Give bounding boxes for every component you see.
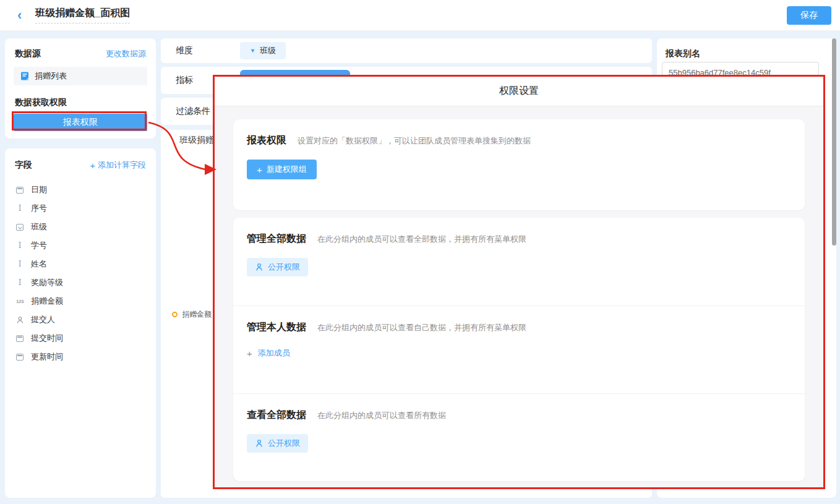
permission-groups-card: 管理全部数据 在此分组内的成员可以查看全部数据，并拥有所有菜单权限 公开权限 管… — [233, 218, 805, 481]
section-desc: 在此分组内的成员可以查看全部数据，并拥有所有菜单权限 — [317, 234, 526, 245]
section-title: 管理全部数据 — [247, 233, 306, 246]
data-permission-title: 数据获取权限 — [15, 97, 67, 107]
caret-down-icon: ▼ — [250, 48, 255, 54]
public-permission-chip[interactable]: 公开权限 — [247, 434, 308, 453]
page-title: 班级捐赠金额_面积图 — [35, 7, 130, 23]
calendar-icon — [15, 335, 25, 342]
add-calc-field-label: 添加计算字段 — [98, 160, 146, 171]
datasource-title: 数据源 — [15, 48, 41, 59]
datasource-item-label: 捐赠列表 — [35, 70, 67, 82]
section-manage-all-data: 管理全部数据 在此分组内的成员可以查看全部数据，并拥有所有菜单权限 公开权限 — [233, 218, 805, 305]
public-permission-label: 公开权限 — [268, 438, 300, 449]
form-document-icon — [20, 72, 30, 80]
field-row[interactable]: 日期 — [5, 181, 156, 199]
public-permission-label: 公开权限 — [268, 262, 300, 273]
change-datasource-link[interactable]: 更改数据源 — [106, 48, 146, 59]
field-row[interactable]: I 序号 — [5, 199, 156, 218]
field-label: 捐赠金额 — [31, 296, 63, 307]
legend-dot-icon — [172, 312, 178, 317]
permission-modal: 权限设置 报表权限 设置对应的「数据权限」，可以让团队成员管理表单搜集到的数据 … — [215, 77, 823, 487]
field-label: 提交人 — [31, 314, 55, 325]
alias-title: 报表别名 — [666, 48, 700, 59]
metric-label: 指标 — [176, 75, 193, 86]
field-label: 日期 — [31, 184, 47, 195]
plus-icon: + — [90, 160, 95, 171]
field-label: 序号 — [31, 203, 47, 214]
section-desc: 在此分组内的成员可以查看自己数据，并拥有所有菜单权限 — [317, 322, 526, 333]
select-icon — [15, 224, 25, 231]
section-manage-own-data: 管理本人数据 在此分组内的成员可以查看自己数据，并拥有所有菜单权限 + 添加成员 — [233, 305, 805, 393]
field-label: 奖励等级 — [31, 277, 63, 288]
calendar-icon — [15, 354, 25, 361]
section-title: 查看全部数据 — [247, 409, 306, 422]
new-permission-group-label: 新建权限组 — [267, 164, 307, 175]
field-row[interactable]: 班级 — [5, 218, 156, 236]
fields-title: 字段 — [15, 160, 32, 171]
text-icon: I — [15, 260, 25, 268]
field-label: 姓名 — [31, 258, 47, 270]
field-label: 学号 — [31, 240, 47, 251]
filter-label: 过滤条件 — [176, 106, 210, 117]
plus-icon: + — [257, 164, 262, 175]
dimension-row: 维度 ▼ 班级 — [161, 38, 652, 63]
top-header: ‹ 班级捐赠金额_面积图 保存 — [0, 0, 840, 31]
add-member-link[interactable]: + 添加成员 — [247, 348, 290, 359]
modal-title: 权限设置 — [499, 85, 539, 98]
field-label: 更新时间 — [31, 351, 63, 362]
text-icon: I — [15, 279, 25, 286]
section-view-all-data: 查看全部数据 在此分组内的成员可以查看所有数据 公开权限 — [233, 393, 805, 481]
field-row[interactable]: 123 捐赠金额 — [5, 292, 156, 310]
save-button[interactable]: 保存 — [787, 6, 831, 25]
section-title: 管理本人数据 — [247, 321, 306, 334]
chart-legend: 捐赠金额 — [172, 309, 212, 320]
person-icon — [255, 263, 264, 271]
field-row[interactable]: I 姓名 — [5, 255, 156, 273]
section-desc: 在此分组内的成员可以查看所有数据 — [317, 410, 446, 421]
new-permission-group-button[interactable]: + 新建权限组 — [247, 160, 317, 179]
number-icon: 123 — [15, 299, 25, 304]
add-member-label: 添加成员 — [258, 348, 290, 359]
scrollbar-thumb[interactable] — [832, 38, 836, 246]
report-permission-desc: 设置对应的「数据权限」，可以让团队成员管理表单搜集到的数据 — [298, 135, 531, 147]
text-icon: I — [15, 242, 25, 249]
public-permission-chip[interactable]: 公开权限 — [247, 258, 308, 276]
calendar-icon — [15, 187, 25, 194]
field-row[interactable]: 提交时间 — [5, 329, 156, 348]
datasource-panel: 数据源 更改数据源 捐赠列表 数据获取权限 报表权限 — [5, 38, 156, 139]
fields-panel: 字段 + 添加计算字段 日期 I 序号 班级 I 学号 I 姓名 I 奖励等级 — [5, 148, 156, 498]
field-row[interactable]: 更新时间 — [5, 348, 156, 366]
field-row[interactable]: I 学号 — [5, 236, 156, 255]
add-calc-field-link[interactable]: + 添加计算字段 — [90, 160, 146, 171]
field-row[interactable]: 提交人 — [5, 310, 156, 329]
dimension-label: 维度 — [176, 45, 240, 56]
text-icon: I — [15, 205, 25, 212]
dimension-tag-label: 班级 — [260, 45, 276, 56]
report-permission-button[interactable]: 报表权限 — [14, 114, 147, 131]
field-row[interactable]: I 奖励等级 — [5, 273, 156, 292]
report-permission-title: 报表权限 — [247, 134, 286, 147]
report-permission-card: 报表权限 设置对应的「数据权限」，可以让团队成员管理表单搜集到的数据 + 新建权… — [233, 119, 805, 210]
field-label: 班级 — [31, 221, 47, 233]
dimension-tag[interactable]: ▼ 班级 — [240, 42, 286, 59]
field-label: 提交时间 — [31, 333, 63, 344]
legend-label: 捐赠金额 — [182, 309, 212, 320]
person-icon — [15, 316, 25, 324]
modal-body: 报表权限 设置对应的「数据权限」，可以让团队成员管理表单搜集到的数据 + 新建权… — [215, 106, 823, 487]
plus-icon: + — [247, 348, 252, 359]
back-icon[interactable]: ‹ — [17, 9, 22, 22]
person-icon — [255, 439, 264, 448]
modal-header: 权限设置 — [215, 77, 823, 106]
datasource-item[interactable]: 捐赠列表 — [14, 67, 147, 85]
